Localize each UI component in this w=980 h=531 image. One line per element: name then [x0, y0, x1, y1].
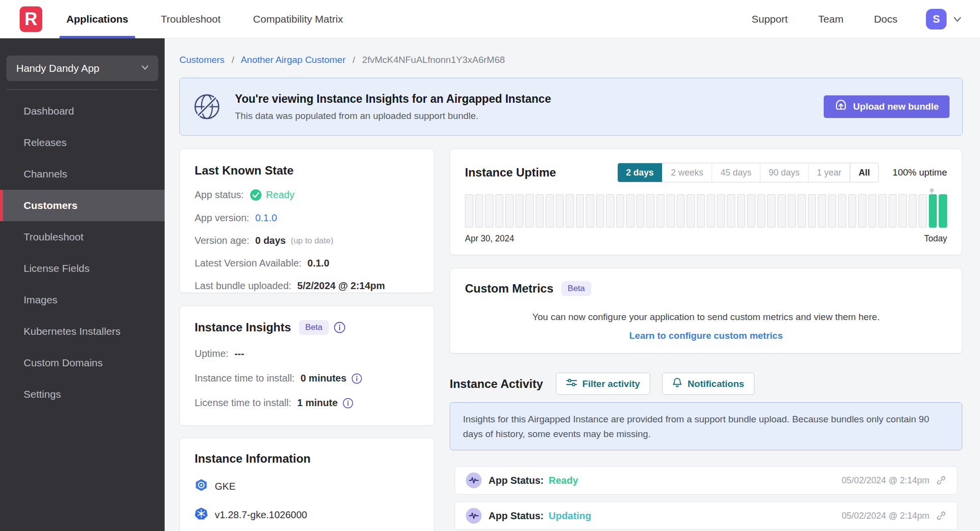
- app-version-value[interactable]: 0.1.0: [255, 212, 277, 224]
- latest-version-label: Latest Version Available:: [195, 258, 302, 269]
- uptime-bar[interactable]: [898, 194, 907, 228]
- nav-item-team[interactable]: Team: [818, 0, 843, 38]
- uptime-bar[interactable]: [808, 194, 816, 228]
- uptime-bar[interactable]: [767, 194, 776, 228]
- sidebar-item-settings[interactable]: Settings: [0, 379, 165, 410]
- uptime-bar[interactable]: [525, 194, 534, 228]
- activity-event-row: App Status: Updating 05/02/2024 @ 2:14pm: [455, 502, 957, 530]
- insights-uptime-row: Uptime: ---: [195, 348, 419, 359]
- sidebar-item-images[interactable]: Images: [0, 284, 165, 316]
- sidebar-item-customers[interactable]: Customers: [0, 190, 165, 221]
- uptime-bar[interactable]: [596, 194, 605, 228]
- avatar[interactable]: S: [926, 9, 947, 30]
- uptime-bar[interactable]: [516, 194, 524, 228]
- range-1-year[interactable]: 1 year: [808, 163, 850, 182]
- uptime-bar[interactable]: [848, 194, 857, 228]
- app-version-label: App version:: [195, 212, 249, 224]
- breadcrumb: Customers / Another Airgap Customer / 2f…: [179, 55, 505, 65]
- uptime-bar[interactable]: [657, 194, 665, 228]
- range-45-days[interactable]: 45 days: [712, 163, 760, 182]
- app-selector-dropdown[interactable]: Handy Dandy App: [6, 56, 158, 81]
- uptime-bar[interactable]: [536, 194, 544, 228]
- link-icon[interactable]: [936, 511, 946, 521]
- uptime-bar[interactable]: [828, 194, 836, 228]
- uptime-bar[interactable]: [878, 194, 887, 228]
- uptime-bar[interactable]: [546, 194, 554, 228]
- uptime-bar[interactable]: [909, 194, 917, 228]
- sidebar-item-custom-domains[interactable]: Custom Domains: [0, 347, 165, 379]
- filter-activity-button[interactable]: Filter activity: [556, 373, 650, 395]
- uptime-bar[interactable]: [868, 194, 877, 228]
- uptime-bar[interactable]: [666, 194, 675, 228]
- link-icon[interactable]: [936, 475, 946, 485]
- uptime-bar[interactable]: [747, 194, 755, 228]
- uptime-bar[interactable]: [737, 194, 746, 228]
- notifications-button[interactable]: Notifications: [662, 373, 754, 395]
- configure-metrics-link[interactable]: Learn to configure custom metrics: [465, 330, 947, 341]
- uptime-bar[interactable]: [798, 194, 806, 228]
- nav-item-compatibility-matrix[interactable]: Compatibility Matrix: [253, 0, 343, 38]
- replicated-logo[interactable]: R: [20, 6, 42, 32]
- breadcrumb-customer-link[interactable]: Another Airgap Customer: [241, 55, 346, 65]
- uptime-bar[interactable]: [636, 194, 645, 228]
- uptime-bar[interactable]: [586, 194, 594, 228]
- version-age-row: Version age: 0 days (up to date): [195, 235, 419, 246]
- breadcrumb-customers-link[interactable]: Customers: [179, 55, 225, 65]
- uptime-bar[interactable]: [576, 194, 584, 228]
- version-age-label: Version age:: [195, 235, 249, 246]
- chevron-down-icon[interactable]: [952, 14, 962, 24]
- uptime-bar[interactable]: [858, 194, 866, 228]
- nav-item-applications[interactable]: Applications: [66, 0, 128, 38]
- uptime-bar[interactable]: [626, 194, 634, 228]
- uptime-bar[interactable]: [889, 194, 897, 228]
- uptime-bar[interactable]: [485, 194, 493, 228]
- sidebar-item-troubleshoot[interactable]: Troubleshoot: [0, 221, 165, 253]
- instance-insights-title: Instance Insights: [195, 321, 291, 334]
- uptime-bar[interactable]: [707, 194, 715, 228]
- uptime-bar[interactable]: [495, 194, 504, 228]
- upload-bundle-button[interactable]: Upload new bundle: [824, 95, 950, 118]
- instance-activity-header: Instance Activity Filter activity Notifi…: [450, 373, 766, 395]
- nav-item-support[interactable]: Support: [751, 0, 788, 38]
- uptime-bar[interactable]: [677, 194, 685, 228]
- nav-item-docs[interactable]: Docs: [874, 0, 897, 38]
- instance-uptime-header: Instance Uptime 2 days 2 weeks 45 days 9…: [465, 163, 947, 182]
- range-2-days[interactable]: 2 days: [618, 163, 662, 182]
- instance-information-title: Instance Information: [195, 452, 419, 466]
- uptime-bar[interactable]: [778, 194, 786, 228]
- uptime-bar[interactable]: [687, 194, 695, 228]
- app-status-row: App status: Ready: [195, 189, 419, 201]
- sidebar-item-dashboard[interactable]: Dashboard: [0, 95, 165, 127]
- uptime-bar[interactable]: [919, 194, 927, 228]
- uptime-bar[interactable]: [788, 194, 796, 228]
- uptime-bar[interactable]: [929, 194, 937, 228]
- uptime-bar[interactable]: [566, 194, 574, 228]
- range-2-weeks[interactable]: 2 weeks: [662, 163, 712, 182]
- info-icon[interactable]: [334, 322, 346, 333]
- uptime-bar[interactable]: [697, 194, 705, 228]
- uptime-bar[interactable]: [556, 194, 564, 228]
- uptime-bar[interactable]: [838, 194, 846, 228]
- sidebar-item-releases[interactable]: Releases: [0, 127, 165, 158]
- range-90-days[interactable]: 90 days: [760, 163, 808, 182]
- uptime-bar[interactable]: [727, 194, 735, 228]
- sidebar-item-license-fields[interactable]: License Fields: [0, 253, 165, 284]
- license-install-time-row: License time to install: 1 minute: [195, 397, 419, 409]
- uptime-bar[interactable]: [717, 194, 725, 228]
- sidebar-item-channels[interactable]: Channels: [0, 158, 165, 190]
- uptime-bar[interactable]: [939, 194, 947, 228]
- uptime-bar[interactable]: [505, 194, 514, 228]
- range-all[interactable]: All: [850, 163, 878, 182]
- info-icon[interactable]: [351, 373, 362, 384]
- info-icon[interactable]: [343, 398, 353, 409]
- app-version-row: App version: 0.1.0: [195, 212, 419, 224]
- uptime-bar[interactable]: [475, 194, 484, 228]
- nav-item-troubleshoot[interactable]: Troubleshoot: [161, 0, 221, 38]
- uptime-bar[interactable]: [606, 194, 614, 228]
- uptime-bar[interactable]: [818, 194, 826, 228]
- uptime-bar[interactable]: [465, 194, 473, 228]
- uptime-bar[interactable]: [646, 194, 655, 228]
- uptime-bar[interactable]: [757, 194, 766, 228]
- sidebar-item-kubernetes-installers[interactable]: Kubernetes Installers: [0, 316, 165, 347]
- uptime-bar[interactable]: [616, 194, 625, 228]
